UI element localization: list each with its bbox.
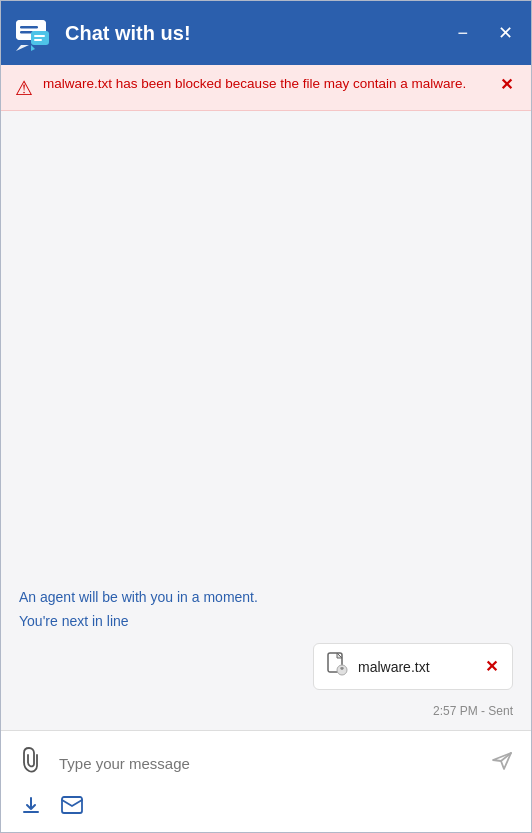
chat-icon (13, 13, 53, 53)
minimize-button[interactable]: − (451, 20, 474, 46)
window-controls: − ✕ (451, 20, 519, 46)
svg-rect-3 (20, 31, 33, 34)
chat-window: Chat with us! − ✕ ⚠ malware.txt has been… (0, 0, 532, 833)
email-icon (61, 796, 83, 814)
attachment-bubble: malware.txt ✕ (313, 643, 513, 690)
attachment-row: malware.txt ✕ (19, 643, 513, 690)
svg-rect-4 (31, 31, 49, 45)
send-icon (491, 749, 513, 771)
email-button[interactable] (59, 793, 85, 822)
file-remove-button[interactable]: ✕ (483, 657, 500, 676)
input-area (1, 730, 531, 832)
paperclip-icon (19, 747, 41, 773)
svg-rect-6 (34, 39, 42, 41)
file-icon (326, 652, 348, 681)
alert-icon: ⚠ (15, 76, 33, 100)
window-title: Chat with us! (65, 22, 451, 45)
timestamp-row: 2:57 PM - Sent (19, 704, 513, 718)
message-input[interactable] (55, 749, 477, 778)
close-button[interactable]: ✕ (492, 20, 519, 46)
title-bar: Chat with us! − ✕ (1, 1, 531, 65)
alert-banner: ⚠ malware.txt has been blocked because t… (1, 65, 531, 111)
chat-messages: An agent will be with you in a moment. Y… (19, 589, 513, 718)
file-name: malware.txt (358, 659, 473, 675)
send-button[interactable] (487, 745, 517, 781)
bottom-icons (15, 793, 517, 822)
system-message-1: An agent will be with you in a moment. (19, 589, 513, 605)
download-icon (21, 795, 41, 815)
alert-close-button[interactable]: ✕ (496, 75, 517, 94)
chat-area: An agent will be with you in a moment. Y… (1, 111, 531, 730)
alert-text: malware.txt has been blocked because the… (43, 75, 486, 94)
svg-rect-5 (34, 35, 45, 37)
timestamp: 2:57 PM - Sent (433, 704, 513, 718)
input-row (15, 743, 517, 783)
attach-button[interactable] (15, 743, 45, 783)
download-button[interactable] (19, 793, 43, 822)
svg-rect-2 (20, 26, 38, 29)
system-message-2: You're next in line (19, 613, 513, 629)
